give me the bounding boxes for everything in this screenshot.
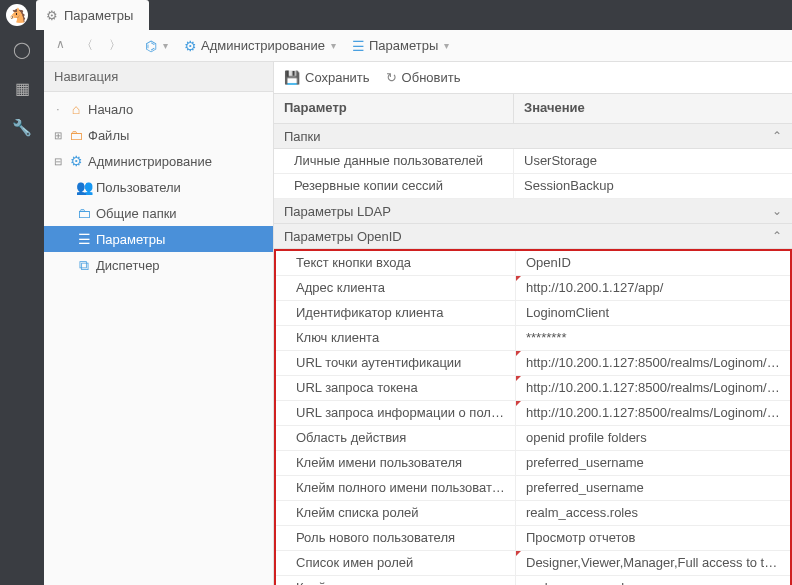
param-value[interactable]: UserStorage [514,149,792,173]
table-row[interactable]: Роль нового пользователяПросмотр отчетов [276,526,790,551]
table-row[interactable]: Адрес клиентаhttp://10.200.1.127/app/ [276,276,790,301]
param-value[interactable]: Designer,Viewer,Manager,Full access to t… [516,551,790,575]
shared-folder-icon: 🗀 [76,205,92,221]
sitemap-icon: ⌬ [145,38,157,54]
table-row[interactable]: URL точки аутентификацииhttp://10.200.1.… [276,351,790,376]
param-name: Клейм имени пользователя [276,451,516,475]
breadcrumb-label: Администрирование [201,38,325,53]
table-row[interactable]: Клейм списка ролейrealm_access.roles [276,501,790,526]
param-name: Роль нового пользователя [276,526,516,550]
group-ldap[interactable]: Параметры LDAP ⌄ [274,199,792,224]
compass-icon[interactable]: ◯ [13,40,31,59]
grid-icon[interactable]: ▦ [15,79,30,98]
refresh-button[interactable]: ↻ Обновить [386,70,461,85]
param-name: Адрес клиента [276,276,516,300]
column-header-value[interactable]: Значение [514,94,792,123]
tree-item-shared-folders[interactable]: 🗀 Общие папки [44,200,273,226]
breadcrumb-label: Параметры [369,38,438,53]
history-back-button[interactable]: 〈 [77,35,97,56]
params-icon: ☰ [76,231,92,247]
history-forward-button[interactable]: 〉 [105,35,125,56]
param-value[interactable]: SessionBackup [514,174,792,198]
save-button[interactable]: 💾 Сохранить [284,70,370,85]
table-row[interactable]: Идентификатор клиентаLoginomClient [276,301,790,326]
admin-icon: ⚙ [184,38,197,54]
expand-icon[interactable]: ⊞ [52,130,64,141]
param-name: URL точки аутентификации [276,351,516,375]
table-row[interactable]: Личные данные пользователейUserStorage [274,149,792,174]
group-folders[interactable]: Папки ⌃ [274,124,792,149]
chevron-down-icon: ▾ [331,40,336,51]
param-value[interactable]: realm_access.roles [516,576,790,585]
param-name: Ключ клиента [276,326,516,350]
param-name: Область действия [276,426,516,450]
nav-tree: · ⌂ Начало ⊞ 🗀 Файлы ⊟ ⚙ Администрирован… [44,92,273,585]
refresh-label: Обновить [402,70,461,85]
breadcrumb-admin[interactable]: ⚙ Администрирование ▾ [178,36,342,56]
tool-icon[interactable]: 🔧 [12,118,32,137]
chevron-up-icon: ⌃ [772,129,782,143]
param-value[interactable]: http://10.200.1.127:8500/realms/Loginom/… [516,376,790,400]
collapse-icon[interactable]: ⊟ [52,156,64,167]
tree-label: Диспетчер [96,258,160,273]
table-row[interactable]: Клеймы, извлекаемые в переменныеrealm_ac… [276,576,790,585]
param-value[interactable]: preferred_username [516,476,790,500]
group-title: Параметры LDAP [284,204,772,219]
param-value[interactable]: OpenID [516,251,790,275]
param-value[interactable]: ******** [516,326,790,350]
main-panel: 💾 Сохранить ↻ Обновить Параметр Значение… [274,62,792,585]
param-name: Личные данные пользователей [274,149,514,173]
param-value[interactable]: LoginomClient [516,301,790,325]
param-name: Идентификатор клиента [276,301,516,325]
folder-icon: 🗀 [68,127,84,143]
breadcrumb-root[interactable]: ⌬ ▾ [139,36,174,56]
table-row[interactable]: Список имен ролейDesigner,Viewer,Manager… [276,551,790,576]
tree-item-dispatcher[interactable]: ⧉ Диспетчер [44,252,273,278]
activity-bar: ◯ ▦ 🔧 [0,30,44,585]
table-row[interactable]: Клейм имени пользователяpreferred_userna… [276,451,790,476]
workspace: ∧ 〈 〉 ⌬ ▾ ⚙ Администрирование ▾ ☰ Параме… [44,30,792,585]
tree-label: Пользователи [96,180,181,195]
param-value[interactable]: http://10.200.1.127:8500/realms/Loginom/… [516,401,790,425]
gear-icon: ⚙ [46,8,58,23]
param-name: URL запроса информации о пользователе [276,401,516,425]
param-value[interactable]: preferred_username [516,451,790,475]
table-row[interactable]: Резервные копии сессийSessionBackup [274,174,792,199]
tree-item-admin[interactable]: ⊟ ⚙ Администрирование [44,148,273,174]
breadcrumb-params[interactable]: ☰ Параметры ▾ [346,36,455,56]
table-row[interactable]: Ключ клиента******** [276,326,790,351]
param-name: Список имен ролей [276,551,516,575]
column-header-param[interactable]: Параметр [274,94,514,123]
param-value[interactable]: Просмотр отчетов [516,526,790,550]
app-logo-icon: 🐴 [6,4,28,26]
tree-label: Администрирование [88,154,212,169]
users-icon: 👥 [76,179,92,195]
navigation-title: Навигация [54,69,118,84]
param-name: URL запроса токена [276,376,516,400]
table-row[interactable]: Текст кнопки входаOpenID [276,251,790,276]
navigation-header: Навигация [44,62,273,92]
param-value[interactable]: http://10.200.1.127/app/ [516,276,790,300]
group-openid[interactable]: Параметры OpenID ⌃ [274,224,792,249]
param-value[interactable]: realm_access.roles [516,501,790,525]
table-row[interactable]: URL запроса информации о пользователеhtt… [276,401,790,426]
tree-item-files[interactable]: ⊞ 🗀 Файлы [44,122,273,148]
tree-item-users[interactable]: 👥 Пользователи [44,174,273,200]
param-value[interactable]: openid profile folders [516,426,790,450]
tree-label: Файлы [88,128,129,143]
main-toolbar: 💾 Сохранить ↻ Обновить [274,62,792,94]
history-up-button[interactable]: ∧ [52,35,69,56]
param-value[interactable]: http://10.200.1.127:8500/realms/Loginom/… [516,351,790,375]
table-row[interactable]: Область действияopenid profile folders [276,426,790,451]
tree-item-home[interactable]: · ⌂ Начало [44,96,273,122]
window-tab[interactable]: ⚙ Параметры [36,0,149,30]
content-area: Навигация · ⌂ Начало ⊞ 🗀 Файлы ⊟ ⚙ Админ… [44,62,792,585]
history-nav: ∧ 〈 〉 [52,35,125,56]
tree-item-parameters[interactable]: ☰ Параметры [44,226,273,252]
table-row[interactable]: Клейм полного имени пользователяpreferre… [276,476,790,501]
chevron-down-icon: ▾ [444,40,449,51]
table-row[interactable]: URL запроса токенаhttp://10.200.1.127:85… [276,376,790,401]
save-label: Сохранить [305,70,370,85]
title-bar: 🐴 ⚙ Параметры [0,0,792,30]
param-name: Текст кнопки входа [276,251,516,275]
